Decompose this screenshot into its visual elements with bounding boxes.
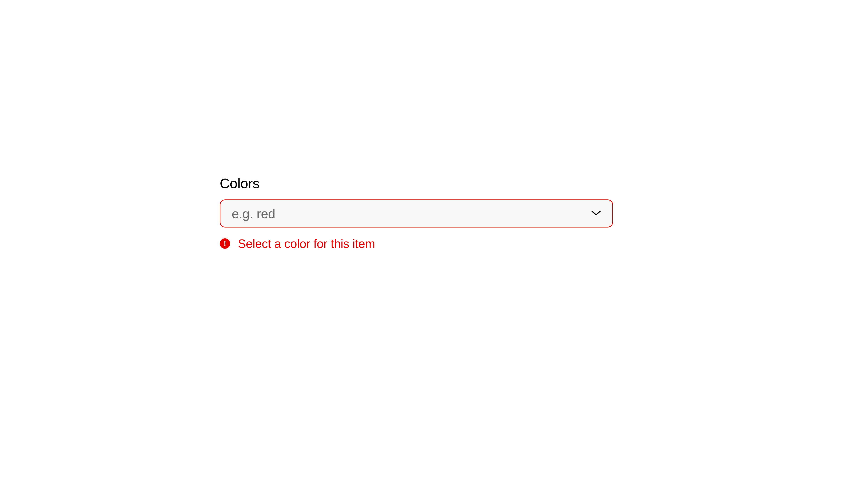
color-field-group: Colors e.g. red ! Select a color for thi… — [220, 175, 613, 250]
color-combobox[interactable]: e.g. red — [220, 200, 613, 228]
exclamation-icon: ! — [223, 240, 226, 247]
combobox-placeholder: e.g. red — [232, 206, 275, 221]
error-message-row: ! Select a color for this item — [220, 237, 613, 250]
error-message-text: Select a color for this item — [238, 237, 375, 250]
field-label: Colors — [220, 175, 613, 191]
error-icon: ! — [220, 238, 230, 249]
chevron-down-icon — [591, 210, 601, 217]
